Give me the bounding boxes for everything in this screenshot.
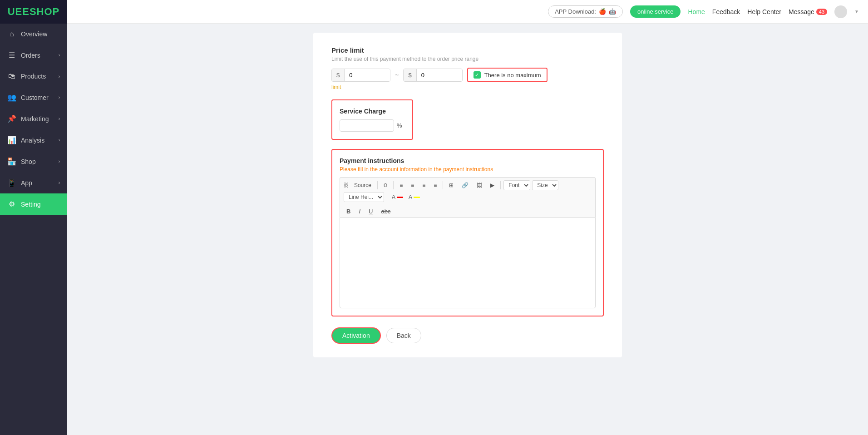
no-maximum-label: There is no maximum (484, 72, 541, 79)
app-icon: 📱 (7, 178, 16, 187)
payment-instructions-title: Payment instructions (340, 157, 596, 164)
sidebar-item-label: Marketing (21, 115, 49, 123)
toolbar-separator-5 (387, 193, 387, 201)
sidebar-item-analysis[interactable]: 📊 Analysis › (0, 129, 67, 151)
payment-instructions-section: Payment instructions Please fill in the … (331, 149, 604, 316)
align-justify-button[interactable]: ≡ (430, 181, 440, 190)
media-button[interactable]: ▶ (487, 181, 498, 190)
align-right-button[interactable]: ≡ (419, 181, 429, 190)
bold-button[interactable]: B (344, 207, 353, 216)
price-limit-row: $ ~ $ ✓ There is no maximum (331, 68, 604, 82)
nav-message[interactable]: Message 43 (789, 8, 827, 15)
align-left-button[interactable]: ≡ (396, 181, 406, 190)
chevron-right-icon: › (59, 74, 60, 79)
main-content: Price limit Limit the use of this paymen… (67, 24, 868, 435)
table-button[interactable]: ⊞ (446, 181, 457, 190)
shop-icon: 🏪 (7, 157, 16, 166)
max-price-input[interactable] (417, 69, 462, 81)
sidebar-item-label: Setting (21, 201, 41, 208)
sidebar-item-customer[interactable]: 👥 Customer › (0, 87, 67, 108)
price-limit-section: Price limit Limit the use of this paymen… (331, 46, 604, 90)
analysis-icon: 📊 (7, 136, 16, 144)
source-button[interactable]: Source (351, 181, 375, 190)
sidebar-item-label: Orders (21, 52, 40, 59)
editor-format-bar: B I U abc (340, 205, 596, 218)
min-price-input[interactable] (345, 69, 390, 81)
sidebar-item-label: Shop (21, 158, 36, 165)
max-price-input-group: $ (403, 69, 462, 82)
marketing-icon: 📌 (7, 114, 16, 123)
editor-body[interactable] (340, 218, 596, 308)
chevron-right-icon: › (59, 95, 60, 100)
message-count-badge: 43 (816, 9, 827, 15)
line-height-select[interactable]: Line Hei... (344, 192, 384, 202)
sidebar-item-label: Products (21, 73, 46, 80)
sidebar-item-label: Customer (21, 94, 49, 101)
special-chars-button[interactable]: Ω (380, 181, 390, 189)
font-color-button[interactable]: A (390, 193, 405, 201)
check-icon: ✓ (473, 71, 481, 79)
chevron-right-icon: › (59, 116, 60, 121)
user-dropdown-icon[interactable]: ▼ (854, 9, 859, 14)
products-icon: 🛍 (7, 72, 16, 80)
sidebar-item-setting[interactable]: ⚙ Setting (0, 193, 67, 215)
sidebar-item-label: App (21, 179, 32, 187)
link-button[interactable]: 🔗 (459, 181, 472, 190)
logo-text: UEESHOP (8, 6, 60, 18)
chevron-right-icon: › (59, 138, 60, 143)
sidebar-item-overview[interactable]: ⌂ Overview (0, 24, 67, 44)
size-select[interactable]: Size (532, 180, 558, 190)
italic-button[interactable]: I (356, 207, 363, 216)
highlight-color-button[interactable]: A (407, 193, 422, 201)
service-charge-input[interactable] (340, 119, 394, 132)
nav-home[interactable]: Home (688, 8, 705, 15)
underline-button[interactable]: U (366, 207, 375, 216)
toolbar-separator (377, 181, 378, 189)
nav-help-center[interactable]: Help Center (747, 8, 781, 15)
user-avatar[interactable] (834, 5, 847, 18)
message-label: Message (789, 8, 814, 15)
sidebar-item-orders[interactable]: ☰ Orders › (0, 44, 67, 66)
toolbar-separator-2 (393, 181, 394, 189)
back-button[interactable]: Back (386, 328, 421, 343)
sidebar: ⌂ Overview ☰ Orders › 🛍 Products › 👥 Cus… (0, 24, 67, 435)
app-download-label: APP Download: (555, 8, 596, 15)
price-limit-description: Limit the use of this payment method to … (331, 56, 604, 62)
price-separator: ~ (395, 71, 399, 79)
toolbar-separator-4 (500, 181, 501, 189)
overview-icon: ⌂ (7, 30, 16, 38)
main-layout: ⌂ Overview ☰ Orders › 🛍 Products › 👥 Cus… (0, 24, 868, 435)
logo: UEESHOP (0, 0, 67, 24)
android-icon: 🤖 (609, 8, 616, 15)
chevron-right-icon: › (59, 180, 60, 185)
no-maximum-checkbox-box[interactable]: ✓ There is no maximum (467, 68, 547, 82)
payment-instructions-hint: Please fill in the account information i… (340, 166, 596, 173)
nav-feedback[interactable]: Feedback (712, 8, 740, 15)
sidebar-item-shop[interactable]: 🏪 Shop › (0, 151, 67, 172)
strikethrough-button[interactable]: abc (378, 207, 393, 216)
sidebar-item-label: Overview (21, 30, 47, 38)
max-currency-symbol: $ (404, 69, 416, 81)
charge-input-row: % (340, 119, 405, 132)
service-charge-section: Service Charge % (331, 99, 413, 140)
sidebar-item-marketing[interactable]: 📌 Marketing › (0, 108, 67, 129)
chevron-right-icon: › (59, 159, 60, 164)
sidebar-item-label: Analysis (21, 137, 44, 144)
activation-button[interactable]: Activation (331, 327, 381, 344)
font-select[interactable]: Font (503, 180, 530, 190)
min-currency-symbol: $ (332, 69, 345, 81)
sidebar-item-products[interactable]: 🛍 Products › (0, 66, 67, 87)
percent-label: % (397, 122, 402, 129)
apple-icon: 🍎 (599, 8, 606, 15)
chevron-right-icon: › (59, 53, 60, 58)
price-limit-title: Price limit (331, 46, 604, 54)
source-icon: ⛓ (344, 182, 349, 188)
min-price-input-group: $ (331, 69, 390, 82)
image-button[interactable]: 🖼 (473, 181, 485, 190)
sidebar-item-app[interactable]: 📱 App › (0, 172, 67, 193)
app-download-button[interactable]: APP Download: 🍎 🤖 (548, 5, 623, 18)
online-service-button[interactable]: online service (630, 5, 681, 18)
customer-icon: 👥 (7, 93, 16, 102)
align-center-button[interactable]: ≡ (408, 181, 417, 190)
editor-toolbar: ⛓ Source Ω ≡ ≡ ≡ ≡ ⊞ 🔗 🖼 ▶ Font (340, 177, 596, 205)
